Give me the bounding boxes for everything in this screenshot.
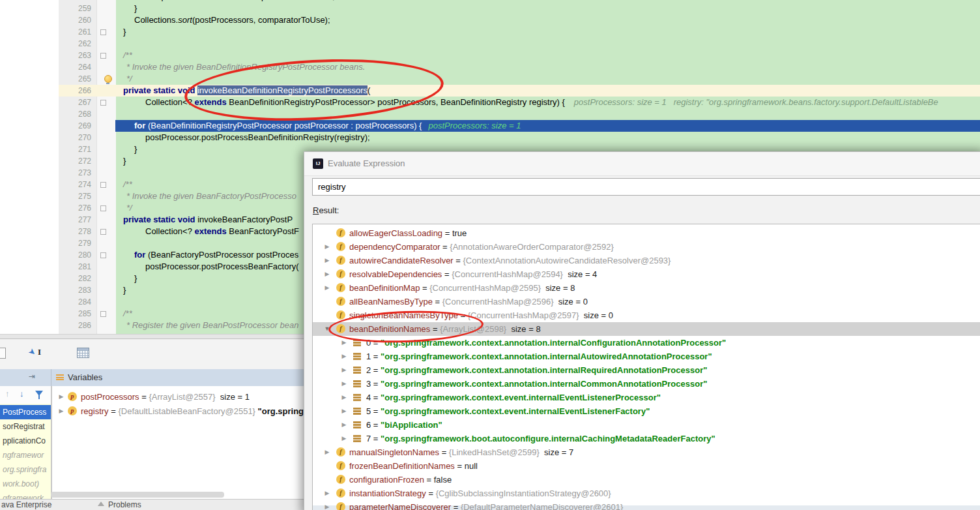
expanded-arrow-icon[interactable]: ▼ <box>323 322 331 336</box>
code-line[interactable]: 268 <box>59 108 980 120</box>
collapsed-arrow-icon[interactable]: ▶ <box>57 404 65 418</box>
tree-row[interactable]: ▶4 = "org.springframework.context.event.… <box>313 391 980 404</box>
frame-row[interactable]: PostProcess <box>0 405 51 419</box>
code-line[interactable]: 263/** <box>59 50 980 61</box>
line-number[interactable]: 283 <box>59 284 91 296</box>
status-java-enterprise-button[interactable]: ava Enterprise <box>1 500 51 510</box>
status-problems-button[interactable]: Problems <box>108 500 141 510</box>
intention-bulb-icon[interactable] <box>104 75 112 83</box>
tree-row[interactable]: ▼fbeanDefinitionNames = {ArrayList@2598}… <box>313 322 980 336</box>
dialog-titlebar[interactable]: IJ Evaluate Expression <box>304 152 980 176</box>
code-line[interactable]: 269for (BeanDefinitionRegistryPostProces… <box>59 120 980 132</box>
filter-funnel-icon[interactable] <box>35 391 43 396</box>
line-number[interactable]: 280 <box>59 249 91 261</box>
variables-hscrollbar[interactable] <box>51 492 224 498</box>
frame-row[interactable]: work.boot) <box>0 477 51 491</box>
collapsed-arrow-icon[interactable]: ▶ <box>57 390 65 404</box>
line-number[interactable]: 266 <box>59 85 91 97</box>
code-line[interactable]: 266private static void invokeBeanDefinit… <box>59 85 980 97</box>
line-number[interactable]: 273 <box>59 167 91 179</box>
result-tree[interactable]: fallowEagerClassLoading = true▶fdependen… <box>312 224 980 510</box>
code-line[interactable]: 264* Invoke the given BeanDefinitionRegi… <box>59 61 980 73</box>
collapsed-arrow-icon[interactable]: ▶ <box>340 391 348 404</box>
tree-row[interactable]: fconfigurationFrozen = false <box>313 473 980 487</box>
line-number[interactable]: 268 <box>59 108 91 120</box>
line-number[interactable]: 259 <box>59 3 91 14</box>
collapsed-arrow-icon[interactable]: ▶ <box>323 445 331 459</box>
tree-row[interactable]: ▶2 = "org.springframework.context.annota… <box>313 363 980 377</box>
line-number[interactable]: 263 <box>59 50 91 61</box>
tab-variables[interactable]: Variables <box>56 369 102 386</box>
collapsed-arrow-icon[interactable]: ▶ <box>340 418 348 432</box>
tree-row[interactable]: fallBeanNamesByType = {ConcurrentHashMap… <box>313 295 980 308</box>
line-number[interactable]: 278 <box>59 226 91 237</box>
collapsed-arrow-icon[interactable]: ▶ <box>323 254 331 267</box>
collapsed-arrow-icon[interactable]: ▶ <box>340 350 348 363</box>
collapsed-arrow-icon[interactable]: ▶ <box>323 281 331 295</box>
code-line[interactable]: 265*/ <box>59 73 980 85</box>
tree-row[interactable]: ▶fautowireCandidateResolver = {ContextAn… <box>313 254 980 267</box>
fold-marker-icon[interactable] <box>100 311 106 317</box>
fold-marker-icon[interactable] <box>100 252 106 258</box>
line-number[interactable]: 262 <box>59 38 91 50</box>
fold-marker-icon[interactable] <box>100 229 106 235</box>
line-number[interactable]: 281 <box>59 261 91 273</box>
tree-row[interactable]: ffrozenBeanDefinitionNames = null <box>313 459 980 473</box>
tree-row[interactable]: ▶fparameterNameDiscoverer = {DefaultPara… <box>313 500 980 510</box>
tree-row[interactable]: ▶fmanualSingletonNames = {LinkedHashSet@… <box>313 445 980 459</box>
line-number[interactable]: 265 <box>59 73 91 85</box>
jump-to-source-icon[interactable]: ➤ I <box>29 346 46 360</box>
frame-up-icon[interactable]: ↑ <box>5 389 10 398</box>
line-number[interactable]: 269 <box>59 120 91 132</box>
code-line[interactable]: 260Collections.sort(postProcessors, comp… <box>59 14 980 26</box>
tree-row[interactable]: fallowEagerClassLoading = true <box>313 226 980 240</box>
line-number[interactable]: 271 <box>59 143 91 155</box>
code-line[interactable]: 267Collection<? extends BeanDefinitionRe… <box>59 97 980 108</box>
dock-pin-icon[interactable]: ⇥ <box>29 372 35 381</box>
line-number[interactable]: 282 <box>59 273 91 284</box>
line-number[interactable]: 260 <box>59 14 91 26</box>
expression-input[interactable] <box>312 178 980 196</box>
frames-list[interactable]: PostProcesssorRegistratpplicationCongfra… <box>0 405 51 499</box>
tree-row[interactable]: ▶5 = "org.springframework.context.event.… <box>313 404 980 418</box>
tree-row[interactable]: ▶3 = "org.springframework.context.annota… <box>313 377 980 391</box>
collapsed-arrow-icon[interactable]: ▶ <box>340 377 348 391</box>
fold-marker-icon[interactable] <box>100 53 106 59</box>
line-number[interactable]: 285 <box>59 308 91 320</box>
code-line[interactable]: 262 <box>59 38 980 50</box>
tree-row[interactable]: ▶6 = "biApplication" <box>313 418 980 432</box>
line-number[interactable]: 267 <box>59 97 91 108</box>
code-line[interactable]: 259} <box>59 3 980 14</box>
toolbar-cut-icon[interactable] <box>0 348 6 359</box>
code-line[interactable]: 261} <box>59 26 980 38</box>
line-number[interactable]: 286 <box>59 320 91 331</box>
collapsed-arrow-icon[interactable]: ▶ <box>340 404 348 418</box>
collapsed-arrow-icon[interactable]: ▶ <box>340 363 348 377</box>
evaluate-expression-icon[interactable] <box>77 348 89 358</box>
frame-row[interactable]: ngframewor <box>0 448 51 462</box>
line-number[interactable]: 277 <box>59 214 91 226</box>
collapsed-arrow-icon[interactable]: ▶ <box>323 240 331 254</box>
fold-marker-icon[interactable] <box>100 100 106 106</box>
line-number[interactable]: 275 <box>59 190 91 202</box>
line-number[interactable]: 276 <box>59 202 91 214</box>
fold-marker-icon[interactable] <box>100 205 106 211</box>
frame-row[interactable]: org.springfra <box>0 462 51 477</box>
tree-row[interactable]: ▶fresolvableDependencies = {ConcurrentHa… <box>313 267 980 281</box>
fold-marker-icon[interactable] <box>100 182 106 188</box>
code-line[interactable]: 270postProcessor.postProcessBeanDefiniti… <box>59 132 980 143</box>
tree-row[interactable]: ▶fdependencyComparator = {AnnotationAwar… <box>313 240 980 254</box>
collapsed-arrow-icon[interactable]: ▶ <box>323 267 331 281</box>
line-number[interactable]: 264 <box>59 61 91 73</box>
line-number[interactable]: 284 <box>59 296 91 308</box>
tree-row[interactable]: ▶finstantiationStrategy = {CglibSubclass… <box>313 487 980 500</box>
line-number[interactable]: 279 <box>59 237 91 249</box>
collapsed-arrow-icon[interactable]: ▶ <box>340 432 348 445</box>
collapsed-arrow-icon[interactable]: ▶ <box>323 500 331 510</box>
tree-row[interactable]: fsingletonBeanNamesByType = {ConcurrentH… <box>313 308 980 322</box>
collapsed-arrow-icon[interactable]: ▶ <box>323 487 331 500</box>
frame-row[interactable]: sorRegistrat <box>0 419 51 434</box>
tree-row[interactable]: ▶fbeanDefinitionMap = {ConcurrentHashMap… <box>313 281 980 295</box>
tree-row[interactable]: ▶0 = "org.springframework.context.annota… <box>313 336 980 350</box>
line-number[interactable]: 270 <box>59 132 91 143</box>
